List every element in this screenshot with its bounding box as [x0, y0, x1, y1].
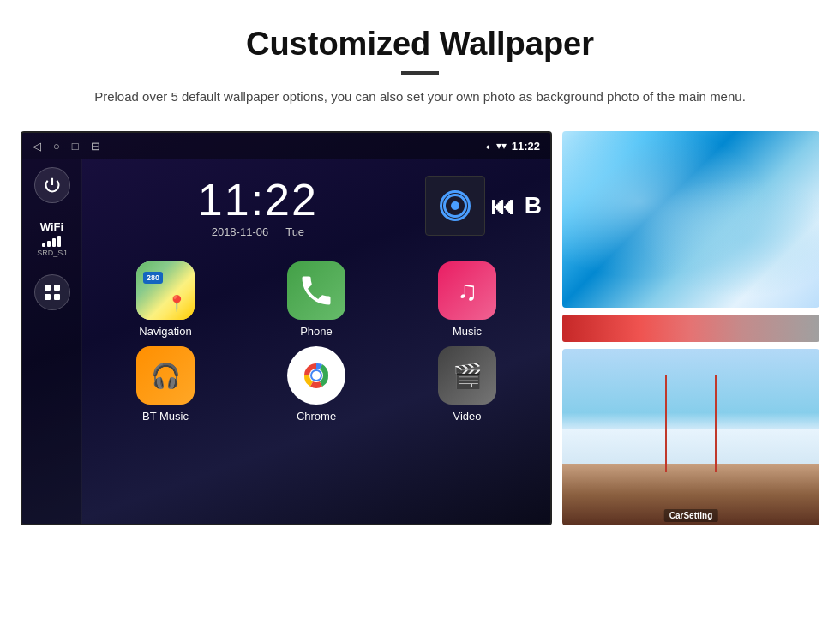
video-label: Video: [453, 410, 481, 423]
bt-music-label: BT Music: [142, 410, 189, 423]
wallpaper-thumb-ice[interactable]: [562, 131, 819, 308]
music-label: Music: [453, 325, 482, 338]
main-content: ◁ ○ □ ⊟ ⬥ ▾▾ 11:22 WiFi: [34, 131, 806, 525]
clapper-icon: 🎬: [453, 362, 483, 390]
svg-rect-2: [45, 294, 51, 300]
music-note-icon: ♫: [457, 275, 477, 307]
chrome-label: Chrome: [297, 410, 336, 423]
video-icon: 🎬: [438, 346, 496, 405]
svg-rect-0: [45, 285, 51, 291]
location-icon: ⬥: [485, 141, 491, 151]
clock-area: 11:22 2018-11-06 Tue: [91, 174, 425, 238]
android-body: WiFi SRD_SJ: [22, 159, 550, 524]
clock-date: 2018-11-06: [212, 225, 269, 238]
wifi-bar-3: [52, 238, 56, 247]
phone-icon: [287, 261, 345, 320]
clock-date-row: 2018-11-06 Tue: [212, 225, 304, 238]
recent-nav-icon: □: [72, 140, 79, 153]
clock-day: Tue: [285, 225, 304, 238]
radio-icon-box: [425, 176, 485, 236]
page-description: Preload over 5 default wallpaper options…: [94, 87, 746, 107]
wifi-bar-1: [42, 243, 45, 247]
navigation-sign: 280: [143, 272, 163, 284]
wifi-bar-4: [57, 236, 61, 247]
app-item-music[interactable]: ♫ Music: [396, 261, 538, 338]
carsetting-label: CarSetting: [664, 509, 718, 522]
status-bar-right: ⬥ ▾▾ 11:22: [485, 140, 540, 153]
wifi-ssid: SRD_SJ: [37, 249, 67, 257]
svg-rect-1: [54, 285, 60, 291]
app-item-chrome[interactable]: Chrome: [245, 346, 387, 423]
wallpaper-thumb-bridge[interactable]: CarSetting: [562, 349, 819, 525]
media-icon-k: ⏮: [490, 192, 514, 220]
app-grid: 280 📍 Navigation Phone: [82, 253, 550, 524]
wallpaper-thumbnails: CarSetting: [562, 131, 819, 525]
page-title: Customized Wallpaper: [246, 26, 594, 63]
wifi-bar-2: [47, 241, 51, 247]
status-bar: ◁ ○ □ ⊟ ⬥ ▾▾ 11:22: [22, 133, 550, 159]
bt-music-icon: 🎧: [136, 346, 195, 405]
wallpaper-thumb-strip[interactable]: [562, 315, 819, 342]
wifi-status-icon: ▾▾: [496, 140, 507, 152]
wifi-bars: [42, 235, 61, 247]
top-icons: ⏮ B: [425, 176, 542, 236]
app-item-phone[interactable]: Phone: [245, 261, 387, 338]
svg-rect-3: [54, 294, 60, 300]
title-divider: [401, 71, 439, 75]
phone-label: Phone: [300, 325, 333, 338]
screenshot-nav-icon: ⊟: [91, 140, 100, 153]
back-nav-icon: ◁: [33, 140, 41, 153]
wifi-info: WiFi SRD_SJ: [37, 220, 67, 257]
power-button[interactable]: [34, 167, 70, 203]
navigation-pin: 📍: [167, 294, 186, 313]
status-bar-left: ◁ ○ □ ⊟: [33, 140, 100, 153]
app-grid-button[interactable]: [34, 274, 70, 310]
music-icon: ♫: [438, 261, 496, 320]
svg-point-7: [312, 371, 321, 380]
headphone-icon: 🎧: [151, 362, 181, 390]
android-screen: ◁ ○ □ ⊟ ⬥ ▾▾ 11:22 WiFi: [21, 131, 552, 525]
app-grid-area: 11:22 2018-11-06 Tue ⏮ B: [82, 159, 550, 524]
app-item-video[interactable]: 🎬 Video: [396, 346, 538, 423]
navigation-icon: 280 📍: [136, 261, 195, 320]
navigation-label: Navigation: [139, 325, 191, 338]
wifi-label: WiFi: [40, 220, 63, 233]
media-icon-b: B: [525, 192, 542, 219]
top-info: 11:22 2018-11-06 Tue ⏮ B: [82, 159, 550, 253]
clock-display: 11:22: [198, 174, 318, 225]
home-nav-icon: ○: [53, 140, 60, 153]
status-time: 11:22: [512, 140, 540, 153]
chrome-icon: [287, 346, 345, 405]
app-item-bt-music[interactable]: 🎧 BT Music: [94, 346, 237, 423]
app-item-navigation[interactable]: 280 📍 Navigation: [94, 261, 237, 338]
sidebar: WiFi SRD_SJ: [22, 159, 82, 524]
radio-signal-icon: [440, 190, 471, 221]
